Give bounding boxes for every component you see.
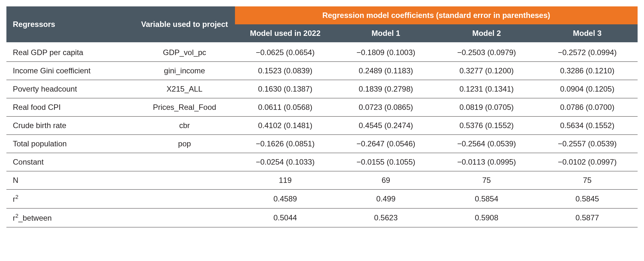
- cell-value: 0.4545 (0.2474): [336, 117, 436, 135]
- table-row: Crude birth rate cbr 0.4102 (0.1481) 0.4…: [6, 117, 638, 135]
- cell-variable: X215_ALL: [134, 80, 235, 98]
- cell-value: 0.5044: [235, 208, 336, 227]
- cell-value: 0.1839 (0.2798): [336, 80, 436, 98]
- table-row-stat-r2: r2 0.4589 0.499 0.5854 0.5845: [6, 190, 638, 208]
- table-row: Income Gini coefficient gini_income 0.15…: [6, 62, 638, 80]
- cell-blank: [134, 208, 235, 227]
- cell-stat-label: r2_between: [6, 208, 132, 227]
- cell-value: 75: [436, 171, 537, 190]
- cell-value: −0.2503 (0.0979): [436, 42, 537, 62]
- cell-value: 0.5623: [336, 208, 436, 227]
- cell-value: 0.3277 (0.1200): [436, 62, 537, 80]
- table-row: Real food CPI Prices_Real_Food 0.0611 (0…: [6, 98, 638, 117]
- cell-value: 0.0904 (0.1205): [537, 80, 638, 98]
- cell-value: −0.1626 (0.0851): [235, 135, 336, 153]
- cell-value: 0.0723 (0.0865): [336, 98, 436, 117]
- cell-variable: [134, 153, 235, 171]
- regression-table: Regressors Variable used to project Regr…: [6, 6, 638, 227]
- cell-value: 0.5908: [436, 208, 537, 227]
- cell-value: −0.2647 (0.0546): [336, 135, 436, 153]
- cell-value: −0.0113 (0.0995): [436, 153, 537, 171]
- table-row: Poverty headcount X215_ALL 0.1630 (0.138…: [6, 80, 638, 98]
- col-header-variable: Variable used to project: [134, 6, 235, 42]
- cell-value: 0.499: [336, 190, 436, 208]
- cell-variable: GDP_vol_pc: [134, 42, 235, 62]
- cell-value: −0.2564 (0.0539): [436, 135, 537, 153]
- cell-value: −0.2557 (0.0539): [537, 135, 638, 153]
- table-body: Real GDP per capita GDP_vol_pc −0.0625 (…: [6, 42, 638, 227]
- cell-variable: pop: [134, 135, 235, 153]
- cell-value: 0.5877: [537, 208, 638, 227]
- cell-value: 0.5376 (0.1552): [436, 117, 537, 135]
- table-row-stat-n: N 119 69 75 75: [6, 171, 638, 190]
- col-header-model-1: Model 1: [336, 24, 436, 42]
- cell-value: 0.2489 (0.1183): [336, 62, 436, 80]
- cell-value: −0.2572 (0.0994): [537, 42, 638, 62]
- cell-variable: Prices_Real_Food: [134, 98, 235, 117]
- cell-blank: [134, 171, 235, 190]
- col-header-regressors: Regressors: [6, 6, 132, 42]
- table-row: Real GDP per capita GDP_vol_pc −0.0625 (…: [6, 42, 638, 62]
- cell-value: 0.0611 (0.0568): [235, 98, 336, 117]
- cell-value: 69: [336, 171, 436, 190]
- cell-regressor: Real food CPI: [6, 98, 132, 117]
- cell-regressor: Poverty headcount: [6, 80, 132, 98]
- cell-value: 0.0786 (0.0700): [537, 98, 638, 117]
- cell-variable: gini_income: [134, 62, 235, 80]
- cell-value: 0.4102 (0.1481): [235, 117, 336, 135]
- table-row: Total population pop −0.1626 (0.0851) −0…: [6, 135, 638, 153]
- cell-regressor: Crude birth rate: [6, 117, 132, 135]
- col-header-model-2022: Model used in 2022: [235, 24, 336, 42]
- table-header: Regressors Variable used to project Regr…: [6, 6, 638, 42]
- cell-value: 0.5845: [537, 190, 638, 208]
- cell-value: 0.5854: [436, 190, 537, 208]
- cell-regressor: Real GDP per capita: [6, 42, 132, 62]
- cell-value: 0.3286 (0.1210): [537, 62, 638, 80]
- cell-regressor: Constant: [6, 153, 132, 171]
- col-header-spanner: Regression model coefficients (standard …: [235, 6, 638, 24]
- cell-value: −0.0625 (0.0654): [235, 42, 336, 62]
- cell-regressor: Total population: [6, 135, 132, 153]
- cell-value: −0.0102 (0.0997): [537, 153, 638, 171]
- cell-value: 0.5634 (0.1552): [537, 117, 638, 135]
- table-row-stat-r2-between: r2_between 0.5044 0.5623 0.5908 0.5877: [6, 208, 638, 227]
- cell-value: −0.0254 (0.1033): [235, 153, 336, 171]
- col-header-model-2: Model 2: [436, 24, 537, 42]
- cell-stat-label: r2: [6, 190, 132, 208]
- cell-value: 0.0819 (0.0705): [436, 98, 537, 117]
- cell-value: 0.1231 (0.1341): [436, 80, 537, 98]
- col-header-model-3: Model 3: [537, 24, 638, 42]
- cell-blank: [134, 190, 235, 208]
- cell-value: 0.1523 (0.0839): [235, 62, 336, 80]
- cell-stat-label: N: [6, 171, 132, 190]
- cell-value: −0.0155 (0.1055): [336, 153, 436, 171]
- cell-regressor: Income Gini coefficient: [6, 62, 132, 80]
- cell-value: 75: [537, 171, 638, 190]
- cell-value: 0.4589: [235, 190, 336, 208]
- table-row: Constant −0.0254 (0.1033) −0.0155 (0.105…: [6, 153, 638, 171]
- cell-value: 119: [235, 171, 336, 190]
- cell-variable: cbr: [134, 117, 235, 135]
- cell-value: 0.1630 (0.1387): [235, 80, 336, 98]
- cell-value: −0.1809 (0.1003): [336, 42, 436, 62]
